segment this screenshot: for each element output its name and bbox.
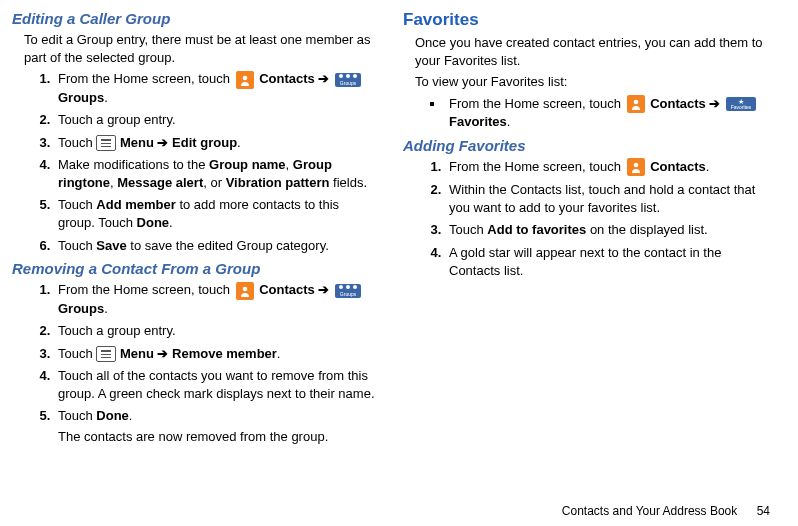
edit-steps: From the Home screen, touch Contacts ➔ G…	[26, 70, 379, 254]
page-footer: Contacts and Your Address Book 54	[562, 504, 770, 518]
remove-step-1: From the Home screen, touch Contacts ➔ G…	[54, 281, 379, 317]
menu-icon	[96, 346, 116, 362]
edit-step-1: From the Home screen, touch Contacts ➔ G…	[54, 70, 379, 106]
left-column: Editing a Caller Group To edit a Group e…	[12, 10, 379, 451]
contacts-icon	[236, 282, 254, 300]
svg-point-1	[242, 286, 247, 291]
remove-step-5-note: The contacts are now removed from the gr…	[58, 428, 379, 446]
fav-intro: Once you have created contact entries, y…	[415, 34, 770, 69]
remove-steps: From the Home screen, touch Contacts ➔ G…	[26, 281, 379, 445]
favorites-icon: Favorites	[726, 97, 756, 111]
remove-step-4: Touch all of the contacts you want to re…	[54, 367, 379, 402]
footer-section: Contacts and Your Address Book	[562, 504, 737, 518]
edit-step-3: Touch Menu ➔ Edit group.	[54, 134, 379, 152]
fav-view-list: From the Home screen, touch Contacts ➔ F…	[417, 95, 770, 131]
edit-step-2: Touch a group entry.	[54, 111, 379, 129]
add-fav-step-3: Touch Add to favorites on the displayed …	[445, 221, 770, 239]
contacts-icon	[236, 71, 254, 89]
svg-point-2	[633, 100, 638, 105]
menu-icon	[96, 135, 116, 151]
edit-intro: To edit a Group entry, there must be at …	[24, 31, 379, 66]
add-fav-step-2: Within the Contacts list, touch and hold…	[445, 181, 770, 216]
groups-icon: Groups	[335, 284, 361, 298]
contacts-icon	[627, 158, 645, 176]
heading-removing-contact: Removing a Contact From a Group	[12, 260, 379, 277]
fav-view-bullet: From the Home screen, touch Contacts ➔ F…	[445, 95, 770, 131]
fav-view: To view your Favorites list:	[415, 73, 770, 91]
heading-adding-favorites: Adding Favorites	[403, 137, 770, 154]
add-fav-step-1: From the Home screen, touch Contacts.	[445, 158, 770, 177]
remove-step-3: Touch Menu ➔ Remove member.	[54, 345, 379, 363]
heading-favorites: Favorites	[403, 10, 770, 30]
svg-point-0	[242, 75, 247, 80]
footer-page-number: 54	[757, 504, 770, 518]
edit-step-5: Touch Add member to add more contacts to…	[54, 196, 379, 231]
svg-point-3	[633, 163, 638, 168]
add-fav-step-4: A gold star will appear next to the cont…	[445, 244, 770, 279]
remove-step-5: Touch Done. The contacts are now removed…	[54, 407, 379, 445]
add-fav-steps: From the Home screen, touch Contacts. Wi…	[417, 158, 770, 279]
groups-icon: Groups	[335, 73, 361, 87]
heading-editing-caller-group: Editing a Caller Group	[12, 10, 379, 27]
right-column: Favorites Once you have created contact …	[403, 10, 770, 451]
edit-step-6: Touch Save to save the edited Group cate…	[54, 237, 379, 255]
remove-step-2: Touch a group entry.	[54, 322, 379, 340]
edit-step-4: Make modifications to the Group name, Gr…	[54, 156, 379, 191]
contacts-icon	[627, 95, 645, 113]
